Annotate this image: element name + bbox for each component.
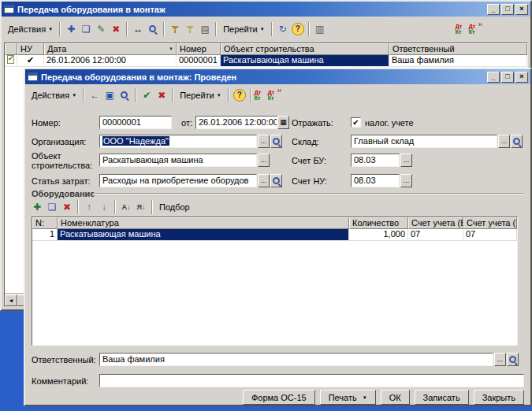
goto-menu-button[interactable]: Перейти ▼ bbox=[220, 21, 268, 37]
back-icon[interactable]: ← bbox=[87, 88, 102, 102]
edit-icon[interactable]: ✎ bbox=[94, 22, 108, 36]
warehouse-open-button[interactable] bbox=[511, 135, 523, 148]
copy-icon[interactable]: ❏ bbox=[79, 22, 93, 36]
save-button[interactable]: Записать bbox=[415, 390, 469, 405]
refresh-icon[interactable]: ↻ bbox=[276, 22, 290, 36]
grid-column-header-account-bu[interactable]: Счет учета (БУ) bbox=[408, 217, 463, 229]
responsible-open-button[interactable] bbox=[507, 353, 519, 366]
calendar-button[interactable]: ▦ bbox=[277, 116, 289, 129]
cell-nu[interactable]: ✔ bbox=[17, 55, 44, 67]
table-row[interactable]: ✔ 26.01.2006 12:00:00 00000001 Раскатыва… bbox=[5, 55, 527, 67]
cell-line-number[interactable]: 1 bbox=[32, 229, 58, 241]
close-button[interactable]: × bbox=[515, 72, 528, 83]
cell-object[interactable]: Раскатывающая машина bbox=[221, 55, 389, 67]
organization-input[interactable]: ООО "Надежда" bbox=[99, 135, 257, 148]
find-icon[interactable] bbox=[117, 88, 132, 102]
cost-item-open-button[interactable] bbox=[270, 174, 282, 187]
move-down-icon[interactable]: ↓ bbox=[97, 200, 111, 214]
actions-menu-button[interactable]: Действия ▼ bbox=[5, 21, 56, 37]
delete-row-icon[interactable]: ✖ bbox=[60, 200, 74, 214]
copy-row-icon[interactable]: ❏ bbox=[45, 200, 59, 214]
desktop: Передача оборудования в монтаж _ □ × Дей… bbox=[0, 0, 532, 411]
grid-column-header-nomenclature[interactable]: Номенклатура bbox=[58, 217, 349, 229]
dtkt-tax-postings-icon[interactable]: Дт Кт Н bbox=[268, 88, 281, 102]
organization-open-button[interactable] bbox=[270, 135, 282, 148]
add-row-icon[interactable]: ✚ bbox=[30, 200, 44, 214]
warehouse-select-button[interactable]: ... bbox=[498, 135, 510, 148]
close-button[interactable]: × bbox=[515, 4, 528, 15]
column-header-object[interactable]: Объект строительства bbox=[221, 43, 389, 55]
grid-header-row: N: Номенклатура Количество Счет учета (Б… bbox=[32, 217, 517, 229]
dtkt-postings-icon[interactable]: Дт Кт bbox=[456, 22, 468, 36]
actions-menu-button[interactable]: Действия ▼ bbox=[28, 87, 80, 103]
list-output-icon[interactable]: ▤ bbox=[198, 22, 212, 36]
scroll-left-button[interactable]: ◄ bbox=[5, 294, 17, 306]
maximize-button[interactable]: □ bbox=[501, 4, 514, 15]
print-button[interactable]: Печать ▼ bbox=[320, 390, 376, 405]
post-document-icon[interactable]: ✔ bbox=[140, 88, 154, 102]
date-interval-icon[interactable]: ↔ bbox=[131, 22, 145, 36]
minimize-button[interactable]: _ bbox=[487, 4, 500, 15]
cost-item-select-button[interactable]: ... bbox=[258, 174, 270, 187]
form-settings-icon[interactable]: ▣ bbox=[102, 88, 117, 102]
grid-column-header-account-nu[interactable]: Счет учета (НУ) bbox=[463, 217, 517, 229]
dtkt-postings-icon[interactable]: Дт Кт bbox=[255, 88, 267, 102]
sort-desc-icon[interactable]: Я↓ bbox=[134, 200, 148, 214]
cell-nomenclature[interactable]: Раскатывающая машина bbox=[58, 229, 349, 241]
cell-date[interactable]: 26.01.2006 12:00:00 bbox=[44, 55, 177, 67]
account-nu-select-button[interactable]: ... bbox=[400, 174, 412, 187]
responsible-input[interactable]: Ваша фамилия bbox=[99, 353, 493, 366]
cell-responsible[interactable]: Ваша фамилия bbox=[389, 55, 527, 67]
grid-column-header-quantity[interactable]: Количество bbox=[349, 217, 408, 229]
clear-posting-icon[interactable]: ✖ bbox=[154, 88, 169, 102]
equipment-toolbar: ✚ ❏ ✖ ↑ ↓ А↓ Я↓ Подбор bbox=[30, 199, 193, 215]
column-header-responsible[interactable]: Ответственный bbox=[389, 43, 527, 55]
minimize-button[interactable]: _ bbox=[487, 72, 500, 83]
print-icon[interactable]: ▥ bbox=[313, 22, 327, 36]
account-bu-input[interactable]: 08.03 bbox=[351, 154, 400, 167]
equipment-group-label: Оборудование bbox=[32, 189, 95, 198]
cell-account-bu[interactable]: 07 bbox=[408, 229, 463, 241]
responsible-select-button[interactable]: ... bbox=[494, 353, 506, 366]
cell-number[interactable]: 00000001 bbox=[177, 55, 221, 67]
comment-input[interactable] bbox=[99, 374, 524, 387]
column-header-nu[interactable]: НУ bbox=[17, 43, 44, 55]
close-button[interactable]: Закрыть bbox=[474, 390, 524, 405]
account-nu-input[interactable]: 08.03 bbox=[351, 174, 400, 187]
cell-account-nu[interactable]: 07 bbox=[463, 229, 517, 241]
number-input[interactable]: 00000001 bbox=[99, 116, 172, 129]
construction-object-select-button[interactable]: ... bbox=[258, 154, 270, 167]
move-up-icon[interactable]: ↑ bbox=[82, 200, 96, 214]
find-number-icon[interactable] bbox=[146, 22, 160, 36]
pick-button[interactable]: Подбор bbox=[156, 199, 193, 215]
os15-form-button[interactable]: Форма ОС-15 bbox=[243, 390, 315, 405]
filter-by-value-icon[interactable] bbox=[183, 22, 197, 36]
account-nu-label: Счет НУ: bbox=[292, 176, 327, 186]
column-header-date[interactable]: Дата ▼ bbox=[44, 43, 177, 55]
warehouse-input[interactable]: Главный склад bbox=[351, 135, 497, 148]
sort-asc-icon[interactable]: А↓ bbox=[119, 200, 133, 214]
list-window-titlebar[interactable]: Передача оборудования в монтаж _ □ × bbox=[2, 2, 530, 17]
goto-menu-button[interactable]: Перейти ▼ bbox=[177, 87, 225, 103]
grid-column-header-n[interactable]: N: bbox=[32, 217, 58, 229]
marker-column-header[interactable] bbox=[5, 43, 17, 55]
delete-icon[interactable]: ✖ bbox=[109, 22, 123, 36]
row-marker-cell[interactable] bbox=[5, 55, 17, 67]
cell-quantity[interactable]: 1,000 bbox=[349, 229, 408, 241]
document-window-titlebar[interactable]: Передача оборудования в монтаж: Проведен… bbox=[25, 69, 530, 84]
maximize-button[interactable]: □ bbox=[501, 72, 514, 83]
dtkt-tax-postings-icon[interactable]: Дт Кт Н bbox=[469, 22, 482, 36]
column-header-number[interactable]: Номер bbox=[177, 43, 221, 55]
help-icon[interactable]: ? bbox=[291, 22, 305, 36]
account-bu-select-button[interactable]: ... bbox=[400, 154, 412, 167]
construction-object-input[interactable]: Раскатывающая машина bbox=[99, 154, 257, 167]
help-icon[interactable]: ? bbox=[233, 88, 247, 102]
filter-icon[interactable] bbox=[168, 22, 182, 36]
tax-accounting-checkbox[interactable]: ✔ bbox=[351, 117, 361, 128]
date-input[interactable]: 26.01.2006 12:00:00 bbox=[195, 116, 277, 129]
cost-item-input[interactable]: Расходы на приобретение оборудов bbox=[99, 174, 257, 187]
add-icon[interactable]: ✚ bbox=[64, 22, 78, 36]
table-row[interactable]: 1 Раскатывающая машина 1,000 07 07 bbox=[32, 229, 517, 241]
ok-button[interactable]: ОК bbox=[381, 390, 410, 405]
organization-select-button[interactable]: ... bbox=[258, 135, 270, 148]
